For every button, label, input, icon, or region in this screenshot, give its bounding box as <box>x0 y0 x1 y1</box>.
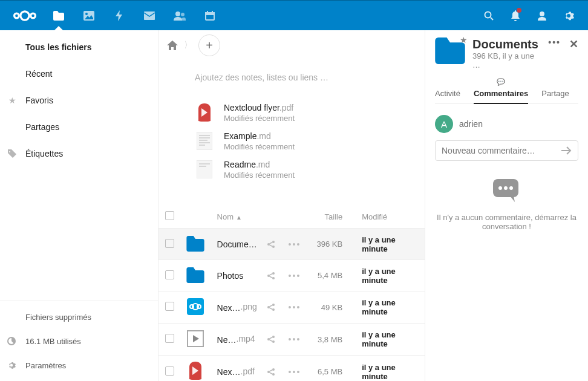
tab-activity[interactable]: Activité <box>435 84 460 103</box>
share-icon[interactable] <box>262 229 283 260</box>
svg-point-41 <box>509 186 513 190</box>
top-nav <box>44 1 225 31</box>
notifications-icon[interactable] <box>502 1 529 31</box>
sidebar-deletedfiles[interactable]: Fichiers supprimés <box>0 305 158 329</box>
col-name[interactable]: Nom▲ <box>212 205 262 229</box>
pie-icon <box>7 337 17 345</box>
file-type-icon <box>186 362 204 380</box>
recent-item[interactable]: Example.mdModifiés récemment <box>195 131 388 151</box>
star-icon[interactable]: ★ <box>460 35 468 45</box>
select-all-checkbox[interactable] <box>165 211 174 220</box>
nav-files[interactable] <box>44 1 74 31</box>
tab-sharing[interactable]: Partage <box>541 84 569 103</box>
sidebar-item-shares[interactable]: Partages <box>0 114 158 140</box>
share-icon[interactable] <box>262 356 283 382</box>
more-icon[interactable]: ••• <box>283 356 306 382</box>
pdf-icon <box>195 103 214 122</box>
svg-point-2 <box>31 13 36 18</box>
table-row[interactable]: Photos•••5,4 MBil y a une minute <box>158 260 425 291</box>
svg-rect-11 <box>212 11 213 13</box>
search-icon[interactable] <box>475 1 502 31</box>
share-icon[interactable] <box>262 260 283 291</box>
file-type-icon <box>186 330 204 348</box>
sort-asc-icon: ▲ <box>236 214 242 221</box>
recent-item[interactable]: Nextcloud flyer.pdfModifiés récemment <box>195 103 388 123</box>
recent-list: Nextcloud flyer.pdfModifiés récemment Ex… <box>158 88 425 205</box>
row-checkbox[interactable] <box>165 302 174 311</box>
file-name: Nex… <box>217 367 241 377</box>
file-modified: il y a une minute <box>347 229 425 260</box>
close-icon[interactable]: ✕ <box>569 37 578 51</box>
top-bar <box>0 0 588 30</box>
share-icon[interactable] <box>262 291 283 324</box>
svg-point-40 <box>504 186 508 190</box>
svg-point-0 <box>15 13 19 18</box>
contacts-icon[interactable] <box>529 1 555 31</box>
more-icon[interactable]: ••• <box>283 324 306 356</box>
nav-mail[interactable] <box>134 1 165 31</box>
svg-point-33 <box>272 336 275 338</box>
more-icon[interactable]: ••• <box>283 291 306 324</box>
file-modified: il y a une minute <box>347 260 425 291</box>
svg-rect-5 <box>144 11 155 20</box>
more-icon[interactable]: ••• <box>283 229 306 260</box>
table-row[interactable]: Nex….png•••49 KBil y a une minute <box>158 291 425 324</box>
table-row[interactable]: Ne….mp4•••3,8 MBil y a une minute <box>158 324 425 356</box>
file-modified: il y a une minute <box>347 291 425 324</box>
comment-input-wrap <box>435 140 578 161</box>
svg-point-19 <box>272 241 275 243</box>
sidebar-item-label: Favoris <box>25 96 53 105</box>
file-type-icon <box>186 298 204 316</box>
nav-activity[interactable] <box>104 1 134 31</box>
svg-rect-17 <box>197 160 212 178</box>
app-logo[interactable] <box>6 10 44 22</box>
tag-icon <box>7 149 17 158</box>
more-icon[interactable]: ••• <box>283 260 306 291</box>
row-checkbox[interactable] <box>165 366 174 376</box>
more-icon[interactable]: ••• <box>548 37 561 51</box>
comment-input[interactable] <box>442 146 561 155</box>
file-table: Nom▲ Taille Modifié Docume…•••396 KBil y… <box>158 205 425 381</box>
svg-point-30 <box>272 308 275 311</box>
nav-calendar[interactable] <box>195 1 225 31</box>
notes-placeholder[interactable]: Ajoutez des notes, listes ou liens … <box>158 60 425 88</box>
file-name: Photos <box>217 271 244 281</box>
new-button[interactable]: + <box>198 34 220 56</box>
star-icon: ★ <box>7 96 17 105</box>
svg-rect-12 <box>206 15 214 19</box>
file-size: 396 KB <box>306 229 347 260</box>
table-row[interactable]: Nex….pdf•••6,5 MBil y a une minute <box>158 356 425 382</box>
svg-point-37 <box>272 373 275 376</box>
tab-comments[interactable]: 💬Commentaires <box>474 84 528 104</box>
file-name: Docume… <box>217 239 257 249</box>
sidebar-settings[interactable]: Paramètres <box>0 353 158 377</box>
svg-point-22 <box>272 272 275 275</box>
home-icon[interactable] <box>167 41 178 50</box>
nav-contacts[interactable] <box>165 1 195 31</box>
row-checkbox[interactable] <box>165 270 174 279</box>
details-subtitle: 396 KB, il y a une … <box>472 51 541 70</box>
sidebar-item-label: Partages <box>25 122 59 132</box>
svg-point-7 <box>181 13 185 16</box>
send-icon[interactable] <box>561 146 572 155</box>
file-ext: .mp4 <box>237 334 255 344</box>
comment-badge-icon: 💬 <box>497 78 505 86</box>
empty-comments-text: Il n'y a aucun commentaire, démarrez la … <box>435 213 578 231</box>
row-checkbox[interactable] <box>165 334 174 343</box>
recent-item[interactable]: Readme.mdModifiés récemment <box>195 160 388 180</box>
row-checkbox[interactable] <box>165 239 174 248</box>
col-size[interactable]: Taille <box>306 205 347 229</box>
details-tabs: Activité 💬Commentaires Partage <box>435 84 578 104</box>
sidebar-item-allfiles[interactable]: Tous les fichiers <box>0 34 158 60</box>
sidebar-item-tags[interactable]: Étiquettes <box>0 140 158 167</box>
table-row[interactable]: Docume…•••396 KBil y a une minute <box>158 229 425 260</box>
file-size: 6,5 MB <box>306 356 347 382</box>
settings-icon[interactable] <box>555 1 582 31</box>
sidebar-item-recent[interactable]: Récent <box>0 60 158 87</box>
col-modified[interactable]: Modifié <box>347 205 425 229</box>
svg-rect-16 <box>197 132 212 150</box>
sidebar-item-favorites[interactable]: ★Favoris <box>0 87 158 114</box>
nav-photos[interactable] <box>74 1 104 31</box>
share-icon[interactable] <box>262 324 283 356</box>
sidebar-quota[interactable]: 16.1 MB utilisés <box>0 329 158 353</box>
